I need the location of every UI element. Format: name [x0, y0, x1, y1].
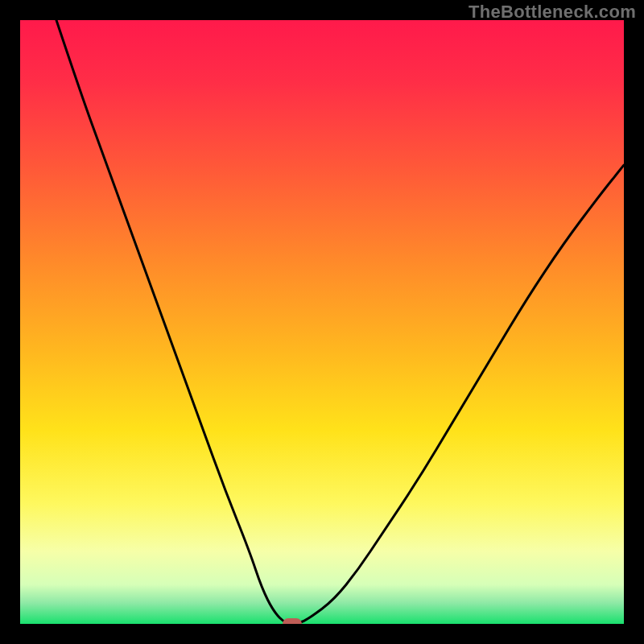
plot-area: [20, 20, 624, 624]
bottleneck-curve: [20, 20, 624, 624]
optimal-marker: [283, 618, 302, 624]
chart-frame: TheBottleneck.com: [0, 0, 644, 644]
watermark-text: TheBottleneck.com: [469, 2, 636, 23]
